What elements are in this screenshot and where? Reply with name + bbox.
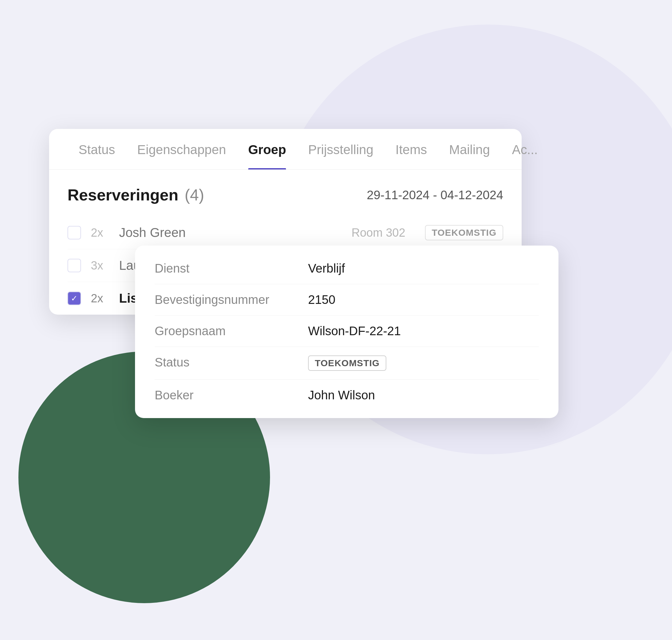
- detail-row-status: Status TOEKOMSTIG: [155, 347, 539, 380]
- reservations-title-group: Reserveringen (4): [68, 186, 204, 204]
- tab-mailing[interactable]: Mailing: [438, 129, 501, 170]
- reservations-header: Reserveringen (4) 29-11-2024 - 04-12-202…: [68, 186, 503, 204]
- multiplier-lisa: 2x: [91, 292, 109, 305]
- detail-row-bevestiging: Bevestigingsnummer 2150: [155, 284, 539, 316]
- detail-card: Dienst Verblijf Bevestigingsnummer 2150 …: [135, 246, 558, 418]
- detail-label-groepsnaam: Groepsnaam: [155, 324, 308, 338]
- detail-label-status: Status: [155, 355, 308, 369]
- tab-groep[interactable]: Groep: [237, 129, 297, 170]
- detail-label-bevestiging: Bevestigingsnummer: [155, 293, 308, 307]
- detail-value-bevestiging: 2150: [308, 293, 335, 307]
- tab-items[interactable]: Items: [384, 129, 438, 170]
- date-range: 29-11-2024 - 04-12-2024: [367, 188, 503, 202]
- reservations-title: Reserveringen: [68, 186, 178, 204]
- tab-bar: Status Eigenschappen Groep Prijsstelling…: [49, 129, 522, 170]
- checkbox-josh[interactable]: [68, 226, 81, 239]
- guest-name-josh: Josh Green: [119, 225, 342, 240]
- status-badge-detail: TOEKOMSTIG: [308, 355, 386, 371]
- check-icon: ✓: [71, 294, 78, 302]
- tab-prijsstelling[interactable]: Prijsstelling: [297, 129, 384, 170]
- detail-row-boeker: Boeker John Wilson: [155, 380, 539, 402]
- multiplier-josh: 2x: [91, 226, 109, 239]
- detail-row-groepsnaam: Groepsnaam Wilson-DF-22-21: [155, 316, 539, 347]
- card-wrapper: Status Eigenschappen Groep Prijsstelling…: [49, 129, 571, 315]
- detail-label-dienst: Dienst: [155, 262, 308, 275]
- reservations-count: (4): [185, 186, 204, 204]
- checkbox-lauren[interactable]: [68, 259, 81, 272]
- detail-value-boeker: John Wilson: [308, 388, 375, 402]
- tab-ac[interactable]: Ac...: [501, 129, 549, 170]
- tab-eigenschappen[interactable]: Eigenschappen: [126, 129, 237, 170]
- detail-row-dienst: Dienst Verblijf: [155, 262, 539, 284]
- detail-value-dienst: Verblijf: [308, 262, 345, 275]
- detail-label-boeker: Boeker: [155, 388, 308, 402]
- room-josh: Room 302: [352, 226, 405, 239]
- checkbox-lisa[interactable]: ✓: [68, 292, 81, 305]
- status-josh: TOEKOMSTIG: [425, 225, 503, 241]
- multiplier-lauren: 3x: [91, 259, 109, 272]
- table-row[interactable]: 2x Josh Green Room 302 TOEKOMSTIG: [68, 216, 503, 249]
- tab-status[interactable]: Status: [68, 129, 126, 170]
- detail-value-groepsnaam: Wilson-DF-22-21: [308, 324, 401, 338]
